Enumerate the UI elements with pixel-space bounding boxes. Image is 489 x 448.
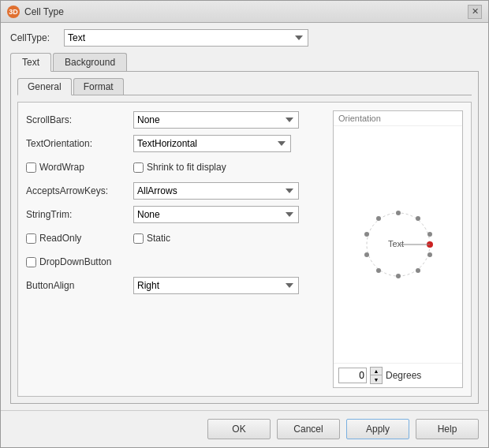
buttonalign-row: ButtonAlign Right bbox=[26, 276, 327, 295]
degrees-down-button[interactable]: ▼ bbox=[371, 375, 382, 383]
scrollbars-row: ScrollBars: None bbox=[26, 110, 327, 129]
window-title: Cell Type bbox=[24, 6, 64, 17]
wordwrap-label: WordWrap bbox=[39, 162, 84, 173]
shrink-checkbox[interactable] bbox=[133, 162, 144, 173]
tab-format[interactable]: Format bbox=[73, 78, 124, 95]
static-checkbox-row: Static bbox=[133, 233, 170, 244]
svg-point-10 bbox=[376, 216, 381, 221]
readonly-checkbox[interactable] bbox=[26, 233, 36, 244]
orientation-svg-area: Text bbox=[334, 126, 462, 363]
outer-tab-panel: General Format ScrollBars: None bbox=[10, 72, 479, 404]
dropdownbutton-row: DropDownButton bbox=[26, 252, 327, 271]
svg-point-3 bbox=[427, 232, 432, 237]
degrees-up-button[interactable]: ▲ bbox=[371, 368, 382, 375]
acceptsarrowkeys-label: AcceptsArrowKeys: bbox=[26, 185, 129, 196]
orientation-title: Orientation bbox=[334, 111, 462, 126]
main-window: 3D Cell Type ✕ CellType: Text Text Backg… bbox=[0, 0, 489, 448]
degrees-spinner: ▲ ▼ bbox=[370, 367, 383, 384]
svg-point-5 bbox=[416, 268, 420, 273]
acceptsarrowkeys-row: AcceptsArrowKeys: AllArrows bbox=[26, 181, 327, 200]
main-content: CellType: Text Text Background General F… bbox=[1, 23, 488, 410]
help-button[interactable]: Help bbox=[416, 419, 479, 439]
svg-point-4 bbox=[427, 252, 432, 257]
textorientation-label: TextOrientation: bbox=[26, 138, 129, 149]
svg-point-8 bbox=[364, 252, 369, 257]
dropdownbutton-label: DropDownButton bbox=[39, 256, 111, 267]
svg-point-6 bbox=[396, 274, 401, 278]
svg-text:Text: Text bbox=[388, 239, 404, 248]
app-icon: 3D bbox=[7, 6, 20, 18]
degrees-input[interactable] bbox=[338, 368, 367, 383]
close-button[interactable]: ✕ bbox=[468, 5, 482, 19]
orientation-dial[interactable]: Text bbox=[347, 201, 450, 288]
ok-button[interactable]: OK bbox=[207, 419, 271, 439]
wordwrap-checkbox[interactable] bbox=[26, 162, 36, 173]
static-checkbox[interactable] bbox=[133, 233, 144, 244]
main-area: ScrollBars: None TextOrientation: TextHo… bbox=[26, 110, 463, 388]
celltype-label: CellType: bbox=[10, 32, 58, 43]
dropdownbutton-checkbox[interactable] bbox=[26, 257, 36, 267]
svg-point-2 bbox=[416, 216, 420, 221]
stringtrim-select[interactable]: None bbox=[133, 206, 299, 223]
scrollbars-label: ScrollBars: bbox=[26, 114, 129, 125]
inner-tabs: General Format bbox=[17, 78, 472, 95]
scrollbars-select[interactable]: None bbox=[133, 111, 299, 129]
degrees-area: ▲ ▼ Degrees bbox=[334, 363, 462, 387]
buttonalign-label: ButtonAlign bbox=[26, 280, 129, 291]
orientation-box: Orientation bbox=[333, 110, 463, 388]
cancel-button[interactable]: Cancel bbox=[277, 419, 340, 439]
svg-point-9 bbox=[364, 232, 369, 237]
outer-tabs: Text Background bbox=[10, 53, 479, 72]
textorientation-row: TextOrientation: TextHorizontal bbox=[26, 134, 327, 153]
stringtrim-row: StringTrim: None bbox=[26, 205, 327, 224]
tab-background[interactable]: Background bbox=[53, 53, 127, 71]
tab-text[interactable]: Text bbox=[10, 53, 51, 72]
buttonalign-select[interactable]: Right bbox=[133, 277, 299, 294]
svg-point-1 bbox=[396, 211, 401, 215]
celltype-row: CellType: Text bbox=[10, 29, 479, 47]
stringtrim-label: StringTrim: bbox=[26, 209, 129, 220]
readonly-checkbox-row: ReadOnly bbox=[26, 233, 129, 244]
static-label: Static bbox=[147, 233, 170, 244]
titlebar-left: 3D Cell Type bbox=[7, 6, 64, 18]
readonly-row: ReadOnly Static bbox=[26, 229, 327, 248]
shrink-checkbox-row: Shrink to fit display bbox=[133, 162, 226, 173]
titlebar: 3D Cell Type ✕ bbox=[1, 1, 488, 23]
tab-general[interactable]: General bbox=[17, 78, 72, 95]
shrink-label: Shrink to fit display bbox=[147, 162, 226, 173]
readonly-label: ReadOnly bbox=[39, 233, 81, 244]
general-panel: ScrollBars: None TextOrientation: TextHo… bbox=[17, 102, 472, 397]
degrees-label: Degrees bbox=[386, 370, 421, 381]
dropdownbutton-checkbox-row: DropDownButton bbox=[26, 256, 111, 267]
footer: OK Cancel Apply Help bbox=[1, 410, 488, 447]
acceptsarrowkeys-select[interactable]: AllArrows bbox=[133, 182, 299, 200]
textorientation-select[interactable]: TextHorizontal bbox=[133, 135, 291, 152]
svg-point-7 bbox=[376, 268, 381, 273]
wordwrap-row: WordWrap Shrink to fit display bbox=[26, 158, 327, 177]
apply-button[interactable]: Apply bbox=[346, 419, 409, 439]
celltype-select[interactable]: Text bbox=[64, 29, 308, 47]
wordwrap-checkbox-row: WordWrap bbox=[26, 162, 129, 173]
left-fields: ScrollBars: None TextOrientation: TextHo… bbox=[26, 110, 327, 388]
